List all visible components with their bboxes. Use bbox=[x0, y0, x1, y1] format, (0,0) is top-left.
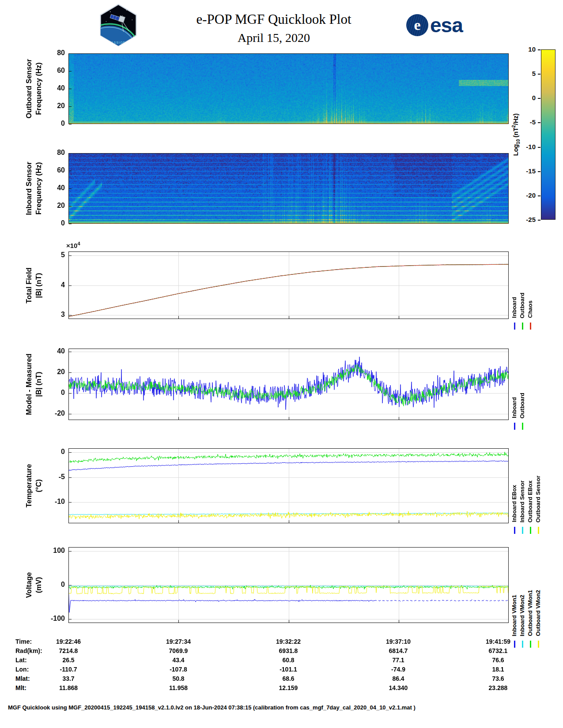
tick-mark bbox=[69, 255, 72, 256]
legend-marker bbox=[514, 323, 515, 330]
legend-label: Inboard bbox=[511, 297, 519, 318]
table-cell: -107.8 bbox=[147, 666, 209, 673]
table-cell: 18.1 bbox=[467, 666, 529, 673]
colorbar-tick bbox=[538, 74, 540, 75]
legend-label: Inboard Sensor bbox=[519, 480, 527, 522]
legend: InboardOutboard bbox=[511, 343, 527, 418]
legend-marker bbox=[538, 527, 539, 534]
tick-mark bbox=[69, 619, 72, 619]
table-cell: 6732.1 bbox=[467, 647, 529, 654]
legend-marker bbox=[530, 527, 531, 534]
tick-mark bbox=[289, 620, 289, 623]
y-axis-label: Voltage(mV) bbox=[23, 497, 44, 673]
table-cell: 6814.7 bbox=[367, 647, 429, 654]
tick-mark bbox=[69, 477, 72, 478]
esa-logo: e esa bbox=[406, 13, 463, 37]
tick-mark bbox=[399, 417, 399, 420]
table-cell: -74.9 bbox=[367, 666, 429, 673]
colorbar-tick bbox=[538, 195, 540, 196]
tick-mark bbox=[69, 551, 72, 552]
colorbar-label-post: /Hz) bbox=[512, 113, 519, 125]
esa-e-glyph: e bbox=[414, 18, 420, 33]
table-cell: 19:22:46 bbox=[38, 638, 99, 645]
legend: Inboard EBoxInboard SensorOutboard EBoxO… bbox=[511, 443, 543, 522]
page: CASSIOPE e-POP MGF Quicklook Plot April … bbox=[0, 0, 563, 728]
legend-marker bbox=[530, 323, 531, 330]
header: CASSIOPE e-POP MGF Quicklook Plot April … bbox=[0, 0, 563, 49]
tick-mark bbox=[69, 153, 72, 154]
axes-box bbox=[68, 547, 509, 623]
tick-mark bbox=[69, 285, 72, 286]
tick-mark bbox=[178, 520, 179, 523]
tick-mark bbox=[69, 315, 72, 315]
table-cell: 77.1 bbox=[367, 657, 429, 664]
colorbar-gradient bbox=[541, 49, 555, 220]
legend: Inboard VMon1Inboard VMon2Outboard VMon1… bbox=[511, 542, 543, 636]
legend-marker bbox=[522, 323, 523, 330]
table-cell: 6931.8 bbox=[257, 647, 319, 654]
page-title: e-POP MGF Quicklook Plot bbox=[110, 11, 437, 27]
legend-label: Outboard VMon1 bbox=[527, 590, 535, 636]
legend-label: Outboard Sensor bbox=[535, 476, 543, 522]
legend-label: Inboard VMon2 bbox=[519, 595, 527, 636]
tick-mark bbox=[399, 520, 399, 523]
tick-mark bbox=[289, 316, 289, 319]
tick-mark bbox=[289, 417, 289, 420]
legend-label: Outboard bbox=[519, 393, 527, 419]
colorbar-tick bbox=[538, 122, 540, 123]
tick-mark bbox=[69, 124, 72, 124]
y-axis-label-line: (mV) bbox=[34, 497, 43, 673]
tick-mark bbox=[289, 520, 289, 523]
axes-box bbox=[68, 53, 509, 124]
y-axis-label-line: Voltage bbox=[24, 497, 34, 673]
tick-mark bbox=[178, 417, 179, 420]
table-cell: 50.8 bbox=[147, 675, 209, 682]
table-cell: 19:37:10 bbox=[367, 638, 429, 645]
tick-mark bbox=[69, 585, 72, 585]
tick-mark bbox=[69, 206, 72, 206]
tick-mark bbox=[399, 620, 399, 623]
tick-mark bbox=[178, 316, 179, 319]
colorbar-label-sub: 10 bbox=[516, 139, 521, 144]
table-cell: 19:27:34 bbox=[147, 638, 209, 645]
table-cell: 68.6 bbox=[257, 675, 319, 682]
tick-mark bbox=[69, 71, 72, 71]
tick-mark bbox=[69, 452, 72, 453]
legend-label: Inboard EBox bbox=[511, 485, 519, 522]
table-cell: 19:41:59 bbox=[467, 638, 529, 645]
offset-label: ×104 bbox=[66, 241, 80, 249]
legend-label: Outboard bbox=[519, 293, 527, 319]
table-cell: 33.7 bbox=[38, 675, 99, 682]
legend-label: Chaos bbox=[527, 300, 535, 318]
tick-mark bbox=[69, 393, 72, 394]
legend-label: Outboard EBox bbox=[527, 480, 535, 522]
table-cell: 11.868 bbox=[38, 684, 99, 691]
table-cell: 19:32:22 bbox=[257, 638, 319, 645]
legend: InboardOutboardChaos bbox=[511, 246, 535, 318]
colorbar-tick bbox=[538, 220, 540, 221]
patch-star bbox=[106, 21, 106, 22]
offset-exp: 4 bbox=[77, 241, 80, 246]
page-date: April 15, 2020 bbox=[110, 31, 437, 45]
table-cell: 23.288 bbox=[467, 684, 529, 691]
esa-wordmark: esa bbox=[430, 13, 463, 37]
legend-marker bbox=[514, 527, 515, 534]
tick-mark bbox=[69, 53, 72, 54]
axes-box bbox=[68, 251, 509, 319]
colorbar-tick bbox=[538, 171, 540, 172]
colorbar-label-pre: Log bbox=[512, 144, 519, 156]
axes-box bbox=[68, 349, 509, 420]
axes-box bbox=[68, 448, 509, 523]
patch-star bbox=[126, 10, 127, 10]
legend-marker bbox=[522, 527, 523, 534]
colorbar-tick-label: 10 bbox=[510, 45, 536, 53]
legend-marker bbox=[522, 423, 523, 430]
tick-mark bbox=[69, 89, 72, 89]
offset-base: ×10 bbox=[66, 242, 77, 249]
tick-mark bbox=[69, 188, 72, 189]
tick-mark bbox=[69, 106, 72, 107]
colorbar-label-sup: 2 bbox=[511, 125, 516, 128]
table-cell: 7214.8 bbox=[38, 647, 99, 654]
tick-mark bbox=[69, 224, 72, 224]
table-cell: 76.6 bbox=[467, 657, 529, 664]
